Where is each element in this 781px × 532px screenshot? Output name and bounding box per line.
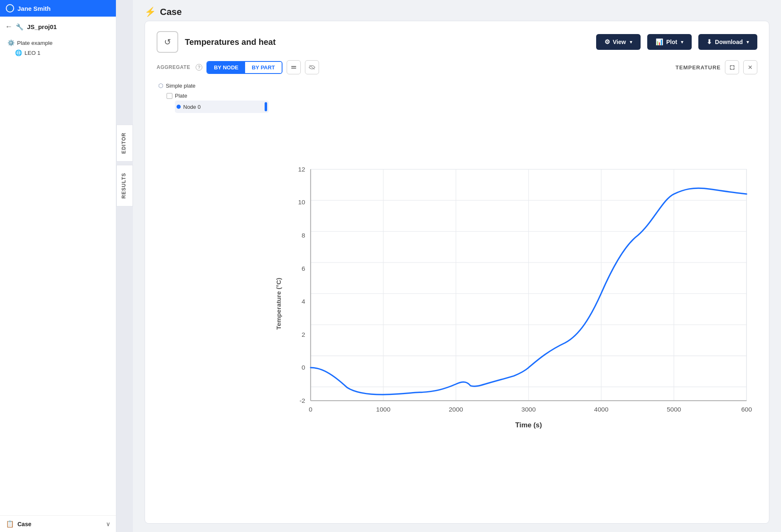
eye-off-button[interactable]	[305, 60, 319, 74]
plate-checkbox[interactable]	[167, 93, 172, 99]
sidebar-tree: ⚙️ Plate example 🌐 LEO 1	[0, 34, 116, 515]
download-button[interactable]: ⬇ Download ▾	[698, 34, 757, 50]
back-button[interactable]: ←	[5, 22, 12, 31]
root-icon: ⬡	[158, 82, 163, 89]
project-icon: 🔧	[16, 23, 24, 31]
temperature-chart: Temperature (°C)	[273, 80, 757, 517]
sidebar-item-plate-example[interactable]: ⚙️ Plate example	[5, 38, 111, 48]
svg-rect-1	[291, 68, 296, 69]
user-icon: 👤	[6, 4, 14, 12]
leo-label: LEO 1	[25, 50, 40, 56]
svg-rect-0	[291, 66, 296, 67]
x-tick-6000: 600	[741, 406, 752, 413]
collapse-button[interactable]	[287, 60, 301, 74]
aggregate-toggle: BY NODE BY PART	[206, 61, 282, 74]
node0-dot	[177, 105, 181, 109]
x-axis-label: Time (s)	[515, 421, 542, 429]
project-nav: ← 🔧 JS_proj01	[0, 17, 116, 34]
case-chevron: ∨	[106, 521, 110, 527]
plate-label: Plate	[175, 93, 187, 99]
case-label: Case	[17, 521, 31, 527]
y-tick-neg2: -2	[300, 397, 305, 404]
x-tick-5000: 5000	[667, 406, 681, 413]
plot-chevron: ▾	[681, 39, 683, 45]
temperature-label: TEMPERATURE	[675, 64, 721, 71]
download-label: Download	[715, 39, 743, 45]
plate-example-label: Plate example	[17, 40, 53, 46]
refresh-button[interactable]: ↺	[157, 31, 178, 53]
main-card: ↺ Temperatures and heat ⚙ View ▾ 📊 Plot …	[145, 21, 769, 524]
y-tick-2: 2	[302, 331, 305, 338]
plot-button[interactable]: 📊 Plot ▾	[647, 34, 692, 50]
y-tick-8: 8	[302, 232, 305, 239]
editor-tab[interactable]: EDITOR	[116, 125, 133, 162]
node0-label: Node 0	[183, 104, 201, 110]
y-tick-6: 6	[302, 265, 305, 272]
tree-node-node0[interactable]: Node 0	[175, 101, 269, 113]
y-tick-0: 0	[302, 364, 305, 371]
page-title: Case	[160, 7, 182, 17]
toolbar: AGGREGATE ? BY NODE BY PART TEMPERATURE …	[157, 60, 757, 74]
tree-node-plate[interactable]: Plate	[165, 91, 269, 101]
leo-icon: 🌐	[15, 49, 22, 56]
aggregate-label: AGGREGATE	[157, 64, 190, 70]
node-color-indicator	[265, 102, 267, 111]
download-icon: ⬇	[707, 38, 712, 46]
user-name: Jane Smith	[17, 5, 51, 12]
sidebar: 👤 Jane Smith ← 🔧 JS_proj01 ⚙️ Plate exam…	[0, 0, 116, 532]
card-title: Temperatures and heat	[185, 37, 589, 47]
view-label: View	[613, 39, 626, 45]
y-axis-label: Temperature (°C)	[275, 278, 282, 330]
y-tick-10: 10	[298, 199, 305, 206]
case-icon: 📋	[6, 520, 14, 528]
page-header: ⚡ Case	[133, 0, 781, 21]
download-chevron: ▾	[747, 39, 749, 45]
y-tick-4: 4	[302, 298, 305, 305]
main-content: ⚡ Case ↺ Temperatures and heat ⚙ View ▾ …	[133, 0, 781, 532]
page-title-icon: ⚡	[145, 7, 156, 17]
y-tick-12: 12	[298, 166, 305, 173]
chart-panel: Temperature (°C)	[273, 80, 757, 517]
x-tick-2000: 2000	[449, 406, 463, 413]
x-tick-1000: 1000	[376, 406, 390, 413]
chart-wrap: Temperature (°C)	[273, 80, 757, 517]
results-tab[interactable]: RESULTS	[116, 165, 133, 206]
aggregate-help-icon[interactable]: ?	[196, 64, 202, 71]
by-node-button[interactable]: BY NODE	[207, 62, 245, 73]
card-header: ↺ Temperatures and heat ⚙ View ▾ 📊 Plot …	[157, 31, 757, 53]
project-name[interactable]: JS_proj01	[27, 23, 57, 30]
user-header[interactable]: 👤 Jane Smith	[0, 0, 116, 17]
card-body: ⬡ Simple plate Plate Node 0	[157, 80, 757, 517]
vertical-tab-panel: EDITOR RESULTS	[116, 0, 133, 532]
close-button[interactable]: ✕	[743, 60, 757, 74]
view-chevron: ▾	[630, 39, 632, 45]
tree-node-root[interactable]: ⬡ Simple plate	[157, 80, 269, 91]
expand-button[interactable]	[725, 60, 739, 74]
x-tick-3000: 3000	[521, 406, 536, 413]
tree-panel: ⬡ Simple plate Plate Node 0	[157, 80, 273, 517]
view-button[interactable]: ⚙ View ▾	[596, 34, 641, 50]
x-tick-0: 0	[309, 406, 312, 413]
sidebar-item-leo[interactable]: 🌐 LEO 1	[12, 48, 111, 58]
sidebar-item-case[interactable]: 📋 Case ∨	[0, 515, 116, 532]
view-icon: ⚙	[604, 38, 610, 46]
plot-label: Plot	[666, 39, 677, 45]
plate-icon: ⚙️	[7, 39, 15, 46]
by-part-button[interactable]: BY PART	[245, 62, 282, 73]
plot-icon: 📊	[656, 38, 663, 46]
x-tick-4000: 4000	[594, 406, 609, 413]
root-label: Simple plate	[166, 83, 196, 89]
